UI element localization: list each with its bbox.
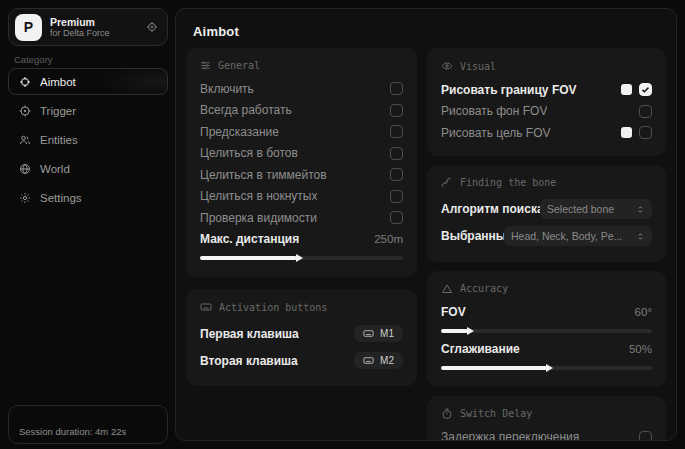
keybind-second-key[interactable]: M2	[354, 352, 403, 369]
settings-icon[interactable]	[146, 21, 158, 33]
slider-row: Сглаживание 50%	[441, 338, 652, 360]
toggle-row: Целиться в нокнутых	[200, 186, 403, 208]
toggle-row: Целиться в ботов	[200, 143, 403, 165]
slider-row: FOV 60°	[441, 302, 652, 324]
sidebar-item-label: World	[40, 163, 70, 175]
eye-icon	[441, 60, 453, 72]
toggle-row: Задержка переключения	[441, 427, 652, 442]
product-logo: P	[15, 14, 42, 41]
checkbox-target-teammates[interactable]	[390, 168, 403, 181]
color-swatch[interactable]	[621, 127, 632, 138]
checkbox-visibility-check[interactable]	[390, 211, 403, 224]
sidebar-item-label: Settings	[40, 192, 82, 204]
crosshair-icon	[19, 76, 31, 88]
smoothing-value: 50%	[629, 343, 652, 355]
section-switch-delay: Switch Delay Задержка переключения Задер…	[427, 396, 666, 442]
visual-row: Рисовать фон FOV	[441, 101, 652, 123]
toggle-row: Всегда работать	[200, 100, 403, 122]
keyboard-icon	[363, 355, 374, 366]
chevron-up-down-icon	[636, 232, 645, 241]
visual-row: Рисовать цель FOV	[441, 122, 652, 144]
section-title: Finding the bone	[460, 177, 556, 188]
section-title: Visual	[460, 61, 496, 72]
slider-thumb[interactable]	[296, 254, 303, 262]
product-subtitle: for Delta Force	[50, 28, 110, 38]
product-title: Premium	[50, 16, 110, 28]
chevron-up-down-icon	[636, 205, 645, 214]
toggle-row: Включить	[200, 78, 403, 100]
session-duration-text: Session duration: 4m 22s	[19, 426, 126, 437]
sliders-icon	[200, 60, 211, 71]
sidebar-nav: Aimbot Trigger Entities	[8, 68, 168, 211]
selected-bones-row: Выбранные кос Head, Neck, Body, Pe...	[441, 223, 652, 250]
session-duration: Session duration: 4m 22s	[8, 405, 168, 444]
trigger-icon	[19, 105, 31, 117]
section-accuracy: Accuracy FOV 60° Сглаживание 50%	[427, 271, 666, 387]
globe-icon	[19, 163, 31, 175]
section-activation-buttons: Activation buttons Первая клавиша M1 Вто…	[186, 289, 417, 386]
toggle-row: Целиться в тиммейтов	[200, 164, 403, 186]
checkbox-enable[interactable]	[390, 82, 403, 95]
triangle-icon	[441, 283, 453, 295]
checkbox-always-work[interactable]	[390, 104, 403, 117]
visual-row: Рисовать границу FOV	[441, 79, 652, 101]
checkbox-draw-fov-border[interactable]	[639, 83, 652, 96]
checkbox-draw-fov-background[interactable]	[639, 105, 652, 118]
sidebar-item-world[interactable]: World	[8, 155, 168, 182]
section-title: Accuracy	[460, 283, 508, 294]
checkbox-target-knocked[interactable]	[390, 190, 403, 203]
sidebar-item-entities[interactable]: Entities	[8, 126, 168, 153]
bone-algorithm-row: Алгоритм поиска кост Selected bone	[441, 196, 652, 223]
sidebar-item-label: Aimbot	[40, 76, 76, 88]
slider-thumb[interactable]	[467, 327, 474, 335]
section-general: General Включить Всегда работать Предска…	[186, 48, 417, 277]
checkbox-prediction[interactable]	[390, 125, 403, 138]
slider-thumb[interactable]	[546, 364, 553, 372]
section-title: Activation buttons	[219, 302, 327, 313]
timer-icon	[441, 408, 453, 420]
sidebar-item-aimbot[interactable]: Aimbot	[8, 68, 168, 95]
section-finding-bone: Finding the bone Алгоритм поиска кост Se…	[427, 165, 666, 262]
selected-bones-select[interactable]: Head, Neck, Body, Pe...	[504, 226, 652, 246]
entities-icon	[19, 134, 31, 146]
section-title: Switch Delay	[460, 408, 532, 419]
toggle-row: Предсказание	[200, 121, 403, 143]
sidebar-item-label: Trigger	[40, 105, 76, 117]
sidebar-item-trigger[interactable]: Trigger	[8, 97, 168, 124]
smoothing-slider[interactable]	[441, 366, 652, 370]
toggle-row: Проверка видимости	[200, 207, 403, 229]
keyboard-icon	[363, 328, 374, 339]
page-title: Aimbot	[193, 24, 676, 39]
sidebar: P Premium for Delta Force Category Aimbo…	[0, 0, 175, 449]
main-panel: Aimbot General Включить Вс	[175, 8, 677, 441]
gear-icon	[19, 192, 31, 204]
fov-value: 60°	[635, 306, 652, 318]
sidebar-item-label: Entities	[40, 134, 78, 146]
section-visual: Visual Рисовать границу FOV Рисовать фон…	[427, 48, 666, 156]
section-title: General	[218, 60, 260, 71]
bone-icon	[441, 177, 453, 189]
max-distance-slider[interactable]	[200, 256, 403, 260]
sidebar-item-settings[interactable]: Settings	[8, 184, 168, 211]
keybind-row: Первая клавиша M1	[200, 320, 403, 347]
checkbox-target-bots[interactable]	[390, 147, 403, 160]
checkbox-draw-fov-target[interactable]	[639, 126, 652, 139]
product-header: P Premium for Delta Force	[8, 8, 168, 46]
checkbox-switch-delay[interactable]	[639, 431, 652, 441]
slider-row: Макс. дистанция 250m	[200, 229, 403, 251]
keybind-first-key[interactable]: M1	[354, 325, 403, 342]
max-distance-value: 250m	[374, 233, 403, 245]
keybind-row: Вторая клавиша M2	[200, 347, 403, 374]
keyboard-icon	[200, 301, 212, 313]
color-swatch[interactable]	[621, 84, 632, 95]
category-label: Category	[14, 54, 53, 65]
fov-slider[interactable]	[441, 329, 652, 333]
bone-algorithm-select[interactable]: Selected bone	[540, 199, 652, 219]
